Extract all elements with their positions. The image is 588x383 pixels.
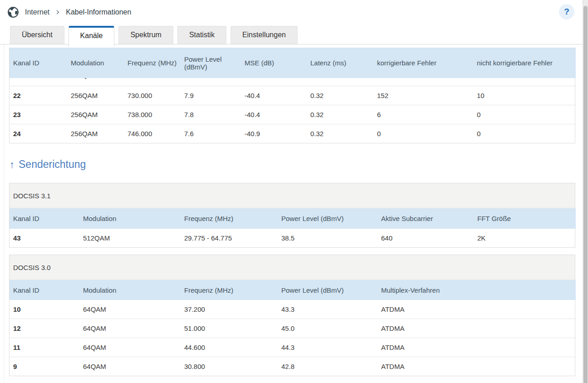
table-cell: -40.4 <box>241 105 307 124</box>
column-header: Multiplex-Verfahren <box>377 280 576 300</box>
tab-einstellungen[interactable]: Einstellungen <box>230 26 298 44</box>
column-header: Frequenz (MHz) <box>181 280 278 300</box>
column-header: Power Level (dBmV) <box>278 208 377 229</box>
table-cell: 23 <box>10 105 67 124</box>
tab-uebersicht[interactable]: Übersicht <box>10 26 64 44</box>
tab-kanaele[interactable]: Kanäle <box>69 26 115 47</box>
table-cell: 12 <box>10 319 79 338</box>
docsis31-label: DOCSIS 3.1 <box>10 183 575 208</box>
column-header: nicht korrigierbare Fehler <box>473 48 576 78</box>
column-header: Power Level (dBmV) <box>181 48 241 78</box>
table-cell: -40.9 <box>241 124 307 143</box>
docsis30-label: DOCSIS 3.0 <box>10 255 575 280</box>
table-cell: 43.3 <box>278 300 377 319</box>
column-header: korrigierbare Fehler <box>373 48 473 78</box>
table-cell: 0.32 <box>307 124 373 143</box>
table-cell: 7.8 <box>181 105 241 124</box>
column-header: Kanal ID <box>10 208 79 229</box>
table-cell: 7.9 <box>181 86 241 105</box>
chevron-right-icon <box>54 9 61 15</box>
column-header: Power Level (dBmV) <box>278 280 377 300</box>
partially-scrolled-row: 256QAM <box>10 78 576 86</box>
table-row: 1164QAM44.60044.3ATDMA <box>10 338 576 357</box>
table-cell: 7.6 <box>181 124 241 143</box>
table-row: 1264QAM51.00045.0ATDMA <box>10 319 576 338</box>
help-button[interactable]: ? <box>559 4 574 20</box>
column-header: MSE (dB) <box>241 48 307 78</box>
table-cell: 38.5 <box>278 229 377 247</box>
breadcrumb-section[interactable]: Internet <box>25 8 49 16</box>
table-cell <box>10 78 67 86</box>
table-cell: 64QAM <box>79 357 181 376</box>
table-cell: 640 <box>377 229 474 247</box>
table-cell <box>124 78 181 86</box>
receive-channels-table: Kanal IDModulationFrequenz (MHz)Power Le… <box>9 48 575 143</box>
table-row: 1064QAM37.20043.3ATDMA <box>10 300 576 319</box>
table-cell: ATDMA <box>377 300 576 319</box>
table-cell: 29.775 - 64.775 <box>181 229 278 247</box>
table-cell: 10 <box>10 300 79 319</box>
table-cell: 11 <box>10 338 79 357</box>
table-cell: 64QAM <box>79 338 181 357</box>
breadcrumb: Internet Kabel-Informationen <box>7 6 131 18</box>
column-header: Modulation <box>79 280 181 300</box>
table-cell: 738.000 <box>124 105 181 124</box>
table-cell: 64QAM <box>79 319 181 338</box>
column-header: Frequenz (MHz) <box>124 48 181 78</box>
table-cell <box>181 78 241 86</box>
tab-bar: Übersicht Kanäle Spektrum Statistik Eins… <box>10 26 302 47</box>
table-row: 24256QAM746.0007.6-40.90.3200 <box>10 124 576 143</box>
header-row: Kanal IDModulationFrequenz (MHz)Power Le… <box>10 280 576 300</box>
table-cell: 30.800 <box>181 357 278 376</box>
table-cell: 64QAM <box>79 300 181 319</box>
docsis31-table: Kanal IDModulationFrequenz (MHz)Power Le… <box>10 208 575 247</box>
table-cell <box>307 78 373 86</box>
table-cell: 0.32 <box>307 105 373 124</box>
column-header: Kanal ID <box>10 48 67 78</box>
table-cell: 730.000 <box>124 86 181 105</box>
docsis30-table: Kanal IDModulationFrequenz (MHz)Power Le… <box>10 280 575 376</box>
table-cell: 256QAM <box>67 78 124 86</box>
table-cell: 24 <box>10 124 67 143</box>
table-cell: 0 <box>473 124 576 143</box>
breadcrumb-page: Kabel-Informationen <box>66 8 131 16</box>
table-cell <box>241 78 307 86</box>
tab-spektrum[interactable]: Spektrum <box>118 26 173 44</box>
table-cell: 9 <box>10 357 79 376</box>
table-cell: 37.200 <box>181 300 278 319</box>
table-cell: 51.000 <box>181 319 278 338</box>
tab-statistik[interactable]: Statistik <box>177 26 226 44</box>
table-cell: 44.600 <box>181 338 278 357</box>
table-cell: ATDMA <box>377 357 576 376</box>
table-cell: 256QAM <box>67 105 124 124</box>
table-cell: 746.000 <box>124 124 181 143</box>
table-row: 43512QAM29.775 - 64.77538.56402K <box>10 229 576 247</box>
table-row: 964QAM30.80042.8ATDMA <box>10 357 576 376</box>
table-cell: 2K <box>474 229 576 247</box>
docsis31-section: DOCSIS 3.1 Kanal IDModulationFrequenz (M… <box>9 183 575 248</box>
scrollbar-thumb[interactable] <box>583 6 588 383</box>
docsis30-section: DOCSIS 3.0 Kanal IDModulationFrequenz (M… <box>9 255 575 376</box>
column-header: Modulation <box>79 208 181 229</box>
table-cell: 10 <box>473 86 576 105</box>
table-row: 22256QAM730.0007.9-40.40.3215210 <box>10 86 576 105</box>
table-cell <box>373 78 473 86</box>
table-cell: 22 <box>10 86 67 105</box>
table-cell: 512QAM <box>79 229 181 247</box>
table-row: 23256QAM738.0007.8-40.40.3260 <box>10 105 576 124</box>
table-cell: 256QAM <box>67 124 124 143</box>
table-cell: 42.8 <box>278 357 377 376</box>
column-header: Kanal ID <box>10 280 79 300</box>
up-arrow-icon: ↑ <box>10 159 15 171</box>
header-row: Kanal IDModulationFrequenz (MHz)Power Le… <box>10 48 576 78</box>
table-cell: 45.0 <box>278 319 377 338</box>
table-cell: 0 <box>373 124 473 143</box>
top-bar: Internet Kabel-Informationen ? <box>0 0 588 24</box>
table-cell: -40.4 <box>241 86 307 105</box>
column-header: Frequenz (MHz) <box>181 208 278 229</box>
table-cell: 152 <box>373 86 473 105</box>
table-cell: 43 <box>10 229 79 247</box>
senderichtung-title: Senderichtung <box>19 158 86 171</box>
column-header: FFT Größe <box>474 208 576 229</box>
scrollbar[interactable] <box>583 0 588 383</box>
